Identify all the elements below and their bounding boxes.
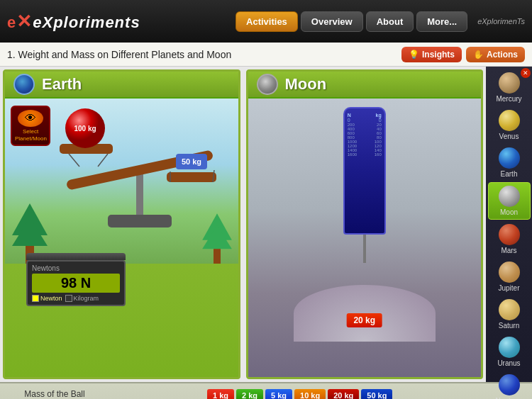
chip-2kg-r1[interactable]: 2 kg bbox=[236, 389, 263, 399]
about-button[interactable]: About bbox=[366, 11, 414, 32]
moon-icon bbox=[257, 74, 278, 95]
venus-ball-icon bbox=[499, 110, 520, 131]
svg-rect-6 bbox=[136, 172, 143, 215]
actions-icon: ✋ bbox=[473, 50, 484, 60]
earth-panel-header: Earth bbox=[5, 72, 238, 99]
scale-value: 98 N bbox=[32, 274, 120, 293]
drag-instruction: Drag & drop the ball on the weighing ins… bbox=[108, 389, 200, 399]
saturn-ball-icon bbox=[499, 299, 520, 320]
chip-5kg-r1[interactable]: 5 kg bbox=[265, 389, 292, 399]
scale-display: Newtons 98 N Newton Kilogram bbox=[26, 260, 126, 306]
svg-line-12 bbox=[98, 154, 108, 167]
sidebar-item-uranus[interactable]: Uranus bbox=[488, 334, 531, 370]
newton-checkbox[interactable] bbox=[32, 295, 39, 302]
newton-meter: Nkg 00 20020 40040 60060 80080 bbox=[340, 107, 389, 263]
sidebar-item-jupiter[interactable]: Jupiter bbox=[488, 259, 531, 295]
top-nav: e✕eXploriments Activities Overview About… bbox=[0, 0, 532, 43]
chip-20kg-r1[interactable]: 20 kg bbox=[328, 389, 359, 399]
activities-button[interactable]: Activities bbox=[235, 11, 298, 32]
top-right-logo: eXplorimenTs bbox=[477, 17, 525, 26]
chip-50kg-r1[interactable]: 50 kg bbox=[361, 389, 392, 399]
nm-pole bbox=[363, 235, 366, 263]
mass-control: Mass of the Ball 100 (1 to 100 kg) SET M… bbox=[9, 389, 101, 399]
jupiter-ball-icon bbox=[499, 262, 520, 283]
earth-title: Earth bbox=[42, 75, 82, 94]
actions-button[interactable]: ✋ Actions bbox=[466, 47, 525, 62]
subtitle-bar: 1. Weight and Mass on Different Planets … bbox=[0, 43, 532, 67]
mercury-ball-icon bbox=[499, 72, 520, 94]
balance-scale: 100 kg 50 kg bbox=[44, 101, 235, 236]
action-buttons: 💡 Insights ✋ Actions bbox=[401, 47, 525, 62]
overview-button[interactable]: Overview bbox=[301, 11, 363, 32]
svg-rect-5 bbox=[214, 249, 221, 264]
insights-button[interactable]: 💡 Insights bbox=[401, 47, 462, 62]
svg-text:100 kg: 100 kg bbox=[74, 125, 96, 133]
scale-platform bbox=[26, 253, 126, 260]
bottom-controls: Mass of the Ball 100 (1 to 100 kg) SET M… bbox=[0, 382, 532, 399]
kilogram-checkbox-label: Kilogram bbox=[74, 295, 99, 302]
main-area: Earth 👁 Select Planet/Moon bbox=[0, 67, 532, 382]
nm-body: Nkg 00 20020 40040 60060 80080 bbox=[343, 107, 386, 235]
moon-panel-header: Moon bbox=[248, 72, 482, 99]
page-title: 1. Weight and Mass on Different Planets … bbox=[7, 49, 401, 60]
digital-scale: Newtons 98 N Newton Kilogram bbox=[26, 253, 126, 306]
sidebar-item-neptune[interactable]: Neptune bbox=[488, 371, 531, 399]
uranus-ball-icon bbox=[499, 337, 520, 358]
newtons-label: Newtons bbox=[32, 264, 60, 272]
sidebar: ✕ Mercury Venus Earth Moon Mars Jupiter … bbox=[486, 67, 532, 382]
sidebar-item-mars[interactable]: Mars bbox=[488, 221, 531, 257]
sidebar-item-saturn[interactable]: Saturn bbox=[488, 296, 531, 332]
sidebar-close-button[interactable]: ✕ bbox=[521, 68, 531, 78]
sidebar-item-venus[interactable]: Venus bbox=[488, 107, 531, 143]
moon-ball-icon bbox=[499, 186, 520, 207]
earth-icon bbox=[13, 74, 35, 95]
earth-panel: Earth 👁 Select Planet/Moon bbox=[3, 69, 240, 379]
sidebar-item-earth[interactable]: Earth bbox=[488, 145, 531, 181]
more-button[interactable]: More... bbox=[416, 11, 467, 32]
svg-rect-10 bbox=[167, 172, 216, 182]
select-planet-label: Select Planet/Moon bbox=[15, 128, 46, 142]
insights-icon: 💡 bbox=[409, 50, 419, 60]
eye-icon: 👁 bbox=[18, 110, 43, 127]
app-logo: e✕eXploriments bbox=[7, 11, 140, 33]
weight-grid: 1 kg 2 kg 5 kg 10 kg 20 kg 50 kg 1 kg 2 … bbox=[207, 389, 523, 399]
chip-1kg-r1[interactable]: 1 kg bbox=[207, 389, 234, 399]
svg-text:50 kg: 50 kg bbox=[182, 157, 201, 166]
nav-buttons: Activities Overview About More... bbox=[235, 11, 467, 32]
mass-label: Mass of the Ball bbox=[9, 389, 101, 399]
scale-unit-row: Newtons bbox=[32, 264, 120, 272]
mars-ball-icon bbox=[499, 224, 520, 245]
newton-checkbox-label: Newton bbox=[40, 295, 62, 302]
moon-title: Moon bbox=[285, 75, 327, 94]
neptune-ball-icon bbox=[499, 374, 520, 395]
svg-line-11 bbox=[69, 154, 79, 167]
weight-row-1: 1 kg 2 kg 5 kg 10 kg 20 kg 50 kg bbox=[207, 389, 523, 399]
kilogram-checkbox[interactable] bbox=[65, 295, 72, 302]
svg-rect-7 bbox=[108, 215, 172, 227]
moon-panel: Moon Nkg 00 20020 40 bbox=[246, 69, 484, 379]
chip-10kg-r1[interactable]: 10 kg bbox=[294, 389, 326, 399]
sidebar-item-moon[interactable]: Moon bbox=[488, 182, 531, 220]
earth-ball-icon bbox=[499, 147, 520, 169]
weight-20kg[interactable]: 20 kg bbox=[346, 313, 382, 327]
